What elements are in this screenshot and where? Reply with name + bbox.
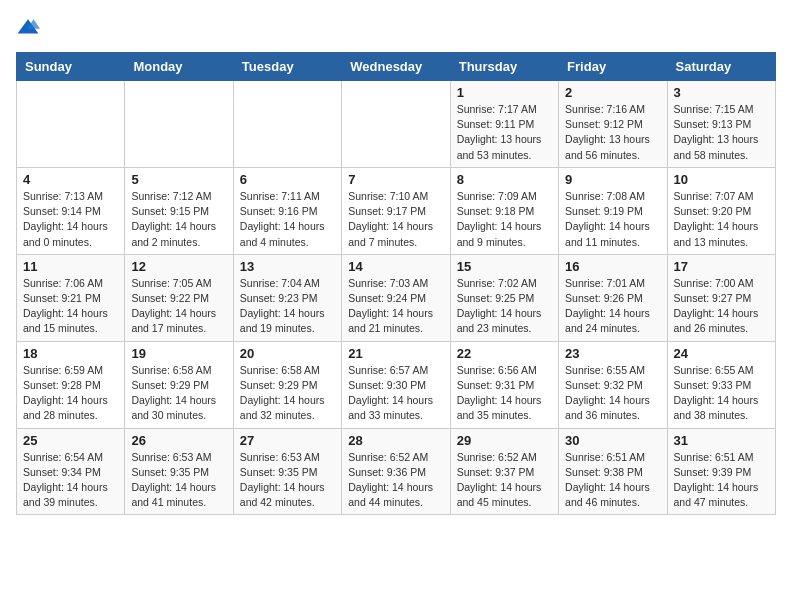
calendar-cell: 22Sunrise: 6:56 AM Sunset: 9:31 PM Dayli… [450, 341, 558, 428]
day-info: Sunrise: 7:01 AM Sunset: 9:26 PM Dayligh… [565, 276, 660, 337]
day-info: Sunrise: 7:16 AM Sunset: 9:12 PM Dayligh… [565, 102, 660, 163]
day-number: 14 [348, 259, 443, 274]
day-number: 25 [23, 433, 118, 448]
day-info: Sunrise: 7:00 AM Sunset: 9:27 PM Dayligh… [674, 276, 769, 337]
day-number: 24 [674, 346, 769, 361]
day-info: Sunrise: 6:58 AM Sunset: 9:29 PM Dayligh… [240, 363, 335, 424]
day-info: Sunrise: 6:55 AM Sunset: 9:33 PM Dayligh… [674, 363, 769, 424]
day-info: Sunrise: 7:07 AM Sunset: 9:20 PM Dayligh… [674, 189, 769, 250]
day-number: 13 [240, 259, 335, 274]
calendar-cell: 1Sunrise: 7:17 AM Sunset: 9:11 PM Daylig… [450, 81, 558, 168]
calendar-cell: 24Sunrise: 6:55 AM Sunset: 9:33 PM Dayli… [667, 341, 775, 428]
day-info: Sunrise: 7:15 AM Sunset: 9:13 PM Dayligh… [674, 102, 769, 163]
day-info: Sunrise: 7:11 AM Sunset: 9:16 PM Dayligh… [240, 189, 335, 250]
calendar-cell: 21Sunrise: 6:57 AM Sunset: 9:30 PM Dayli… [342, 341, 450, 428]
calendar-cell: 7Sunrise: 7:10 AM Sunset: 9:17 PM Daylig… [342, 167, 450, 254]
day-info: Sunrise: 7:09 AM Sunset: 9:18 PM Dayligh… [457, 189, 552, 250]
col-header-tuesday: Tuesday [233, 53, 341, 81]
col-header-monday: Monday [125, 53, 233, 81]
day-info: Sunrise: 6:58 AM Sunset: 9:29 PM Dayligh… [131, 363, 226, 424]
calendar-cell [17, 81, 125, 168]
day-info: Sunrise: 7:05 AM Sunset: 9:22 PM Dayligh… [131, 276, 226, 337]
day-number: 31 [674, 433, 769, 448]
day-number: 8 [457, 172, 552, 187]
day-number: 17 [674, 259, 769, 274]
day-number: 6 [240, 172, 335, 187]
logo-icon [16, 16, 40, 40]
calendar-cell: 27Sunrise: 6:53 AM Sunset: 9:35 PM Dayli… [233, 428, 341, 515]
day-info: Sunrise: 7:10 AM Sunset: 9:17 PM Dayligh… [348, 189, 443, 250]
day-info: Sunrise: 6:54 AM Sunset: 9:34 PM Dayligh… [23, 450, 118, 511]
day-info: Sunrise: 6:52 AM Sunset: 9:37 PM Dayligh… [457, 450, 552, 511]
calendar-week-row: 4Sunrise: 7:13 AM Sunset: 9:14 PM Daylig… [17, 167, 776, 254]
calendar-cell [233, 81, 341, 168]
calendar-cell: 18Sunrise: 6:59 AM Sunset: 9:28 PM Dayli… [17, 341, 125, 428]
calendar-cell: 31Sunrise: 6:51 AM Sunset: 9:39 PM Dayli… [667, 428, 775, 515]
calendar-cell: 30Sunrise: 6:51 AM Sunset: 9:38 PM Dayli… [559, 428, 667, 515]
day-number: 7 [348, 172, 443, 187]
calendar-cell: 11Sunrise: 7:06 AM Sunset: 9:21 PM Dayli… [17, 254, 125, 341]
day-info: Sunrise: 6:53 AM Sunset: 9:35 PM Dayligh… [240, 450, 335, 511]
calendar-cell: 17Sunrise: 7:00 AM Sunset: 9:27 PM Dayli… [667, 254, 775, 341]
calendar-cell: 8Sunrise: 7:09 AM Sunset: 9:18 PM Daylig… [450, 167, 558, 254]
calendar-cell: 13Sunrise: 7:04 AM Sunset: 9:23 PM Dayli… [233, 254, 341, 341]
day-info: Sunrise: 7:12 AM Sunset: 9:15 PM Dayligh… [131, 189, 226, 250]
day-info: Sunrise: 7:02 AM Sunset: 9:25 PM Dayligh… [457, 276, 552, 337]
calendar-cell: 16Sunrise: 7:01 AM Sunset: 9:26 PM Dayli… [559, 254, 667, 341]
calendar-cell: 2Sunrise: 7:16 AM Sunset: 9:12 PM Daylig… [559, 81, 667, 168]
day-number: 19 [131, 346, 226, 361]
day-number: 15 [457, 259, 552, 274]
calendar-week-row: 18Sunrise: 6:59 AM Sunset: 9:28 PM Dayli… [17, 341, 776, 428]
day-number: 1 [457, 85, 552, 100]
day-info: Sunrise: 7:17 AM Sunset: 9:11 PM Dayligh… [457, 102, 552, 163]
col-header-thursday: Thursday [450, 53, 558, 81]
page-header [16, 16, 776, 40]
day-info: Sunrise: 6:51 AM Sunset: 9:38 PM Dayligh… [565, 450, 660, 511]
day-number: 3 [674, 85, 769, 100]
calendar-cell [125, 81, 233, 168]
day-info: Sunrise: 6:53 AM Sunset: 9:35 PM Dayligh… [131, 450, 226, 511]
calendar-cell: 6Sunrise: 7:11 AM Sunset: 9:16 PM Daylig… [233, 167, 341, 254]
day-number: 16 [565, 259, 660, 274]
calendar-cell [342, 81, 450, 168]
calendar-cell: 23Sunrise: 6:55 AM Sunset: 9:32 PM Dayli… [559, 341, 667, 428]
col-header-friday: Friday [559, 53, 667, 81]
calendar-cell: 3Sunrise: 7:15 AM Sunset: 9:13 PM Daylig… [667, 81, 775, 168]
day-number: 10 [674, 172, 769, 187]
calendar-cell: 28Sunrise: 6:52 AM Sunset: 9:36 PM Dayli… [342, 428, 450, 515]
calendar-week-row: 11Sunrise: 7:06 AM Sunset: 9:21 PM Dayli… [17, 254, 776, 341]
calendar-cell: 26Sunrise: 6:53 AM Sunset: 9:35 PM Dayli… [125, 428, 233, 515]
calendar-cell: 9Sunrise: 7:08 AM Sunset: 9:19 PM Daylig… [559, 167, 667, 254]
calendar-cell: 25Sunrise: 6:54 AM Sunset: 9:34 PM Dayli… [17, 428, 125, 515]
day-number: 11 [23, 259, 118, 274]
day-number: 26 [131, 433, 226, 448]
calendar-cell: 4Sunrise: 7:13 AM Sunset: 9:14 PM Daylig… [17, 167, 125, 254]
day-number: 28 [348, 433, 443, 448]
day-number: 22 [457, 346, 552, 361]
calendar-week-row: 25Sunrise: 6:54 AM Sunset: 9:34 PM Dayli… [17, 428, 776, 515]
day-number: 27 [240, 433, 335, 448]
day-info: Sunrise: 6:55 AM Sunset: 9:32 PM Dayligh… [565, 363, 660, 424]
day-number: 21 [348, 346, 443, 361]
calendar-cell: 12Sunrise: 7:05 AM Sunset: 9:22 PM Dayli… [125, 254, 233, 341]
day-number: 5 [131, 172, 226, 187]
logo [16, 16, 44, 40]
calendar-header-row: SundayMondayTuesdayWednesdayThursdayFrid… [17, 53, 776, 81]
day-number: 18 [23, 346, 118, 361]
col-header-sunday: Sunday [17, 53, 125, 81]
calendar-week-row: 1Sunrise: 7:17 AM Sunset: 9:11 PM Daylig… [17, 81, 776, 168]
day-info: Sunrise: 7:03 AM Sunset: 9:24 PM Dayligh… [348, 276, 443, 337]
day-info: Sunrise: 6:51 AM Sunset: 9:39 PM Dayligh… [674, 450, 769, 511]
day-number: 4 [23, 172, 118, 187]
calendar-cell: 19Sunrise: 6:58 AM Sunset: 9:29 PM Dayli… [125, 341, 233, 428]
day-number: 12 [131, 259, 226, 274]
calendar-cell: 5Sunrise: 7:12 AM Sunset: 9:15 PM Daylig… [125, 167, 233, 254]
day-info: Sunrise: 6:56 AM Sunset: 9:31 PM Dayligh… [457, 363, 552, 424]
day-info: Sunrise: 7:04 AM Sunset: 9:23 PM Dayligh… [240, 276, 335, 337]
calendar-cell: 20Sunrise: 6:58 AM Sunset: 9:29 PM Dayli… [233, 341, 341, 428]
day-number: 23 [565, 346, 660, 361]
day-info: Sunrise: 7:13 AM Sunset: 9:14 PM Dayligh… [23, 189, 118, 250]
day-number: 20 [240, 346, 335, 361]
calendar-cell: 29Sunrise: 6:52 AM Sunset: 9:37 PM Dayli… [450, 428, 558, 515]
day-info: Sunrise: 7:06 AM Sunset: 9:21 PM Dayligh… [23, 276, 118, 337]
